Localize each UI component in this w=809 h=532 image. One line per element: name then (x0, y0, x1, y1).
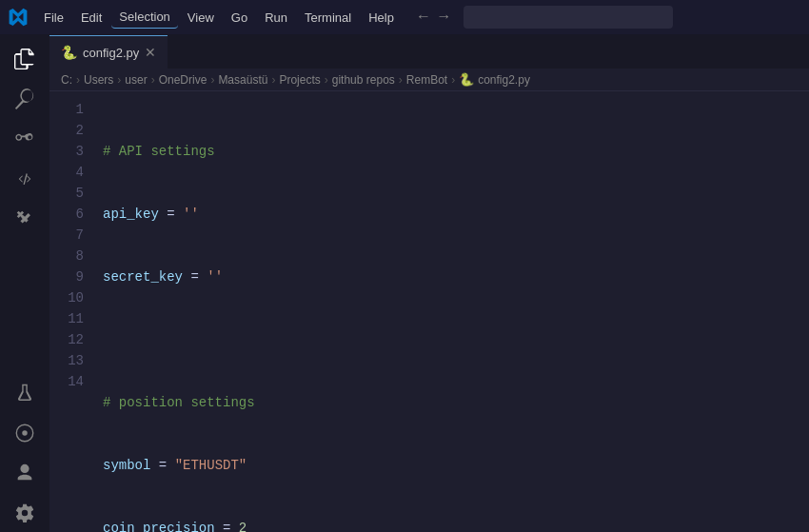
menu-terminal[interactable]: Terminal (297, 7, 359, 29)
tab-config2-py[interactable]: 🐍 config2.py ✕ (49, 35, 168, 69)
settings-activity-icon[interactable] (6, 494, 44, 532)
extensions-activity-icon[interactable] (6, 200, 44, 238)
breadcrumb-github-repos: github repos (332, 73, 395, 87)
tab-bar: 🐍 config2.py ✕ (49, 34, 809, 69)
account-activity-icon[interactable] (6, 454, 44, 492)
code-line-1: # API settings (103, 141, 801, 162)
code-line-4 (103, 329, 801, 350)
tab-close-button[interactable]: ✕ (145, 46, 156, 59)
flask-activity-icon[interactable] (6, 374, 44, 412)
menu-go[interactable]: Go (224, 7, 255, 29)
code-line-2: api_key = '' (103, 204, 801, 225)
code-content: # API settings api_key = '' secret_key =… (95, 99, 809, 524)
nav-back-icon[interactable]: ← (415, 7, 432, 28)
menu-edit[interactable]: Edit (73, 7, 109, 29)
code-line-3: secret_key = '' (103, 266, 801, 287)
breadcrumb-filename: config2.py (478, 73, 530, 87)
breadcrumb-masaustu: Masaüstü (218, 73, 267, 87)
breadcrumb-users: Users (84, 73, 113, 87)
run-debug-activity-icon[interactable] (6, 160, 44, 198)
code-line-7: coin_precision = 2 (103, 518, 801, 532)
code-line-5: # position settings (103, 392, 801, 413)
menu-help[interactable]: Help (361, 7, 402, 29)
editor-area: 🐍 config2.py ✕ C: › Users › user › OneDr… (49, 34, 809, 532)
breadcrumb-user: user (125, 73, 147, 87)
main-layout: 🐍 config2.py ✕ C: › Users › user › OneDr… (0, 34, 809, 532)
breadcrumb-c: C: (61, 73, 72, 87)
explorer-activity-icon[interactable] (6, 40, 44, 78)
menubar: File Edit Selection View Go Run Terminal… (0, 0, 809, 34)
tab-label: config2.py (83, 46, 139, 60)
nav-arrows: ← → (415, 7, 452, 28)
menu-file[interactable]: File (36, 7, 71, 29)
vscode-logo-icon (8, 7, 29, 28)
search-input[interactable] (464, 6, 673, 29)
breadcrumb-projects: Projects (279, 73, 320, 87)
breadcrumb: C: › Users › user › OneDrive › Masaüstü … (49, 69, 809, 91)
search-activity-icon[interactable] (6, 80, 44, 118)
activity-bar (0, 34, 49, 532)
breadcrumb-rembot: RemBot (406, 73, 447, 87)
code-line-6: symbol = "ETHUSDT" (103, 455, 801, 476)
menu-selection[interactable]: Selection (111, 6, 177, 29)
svg-point-1 (22, 430, 28, 436)
search-box-container (464, 6, 673, 29)
python-file-icon: 🐍 (61, 45, 77, 60)
source-control-activity-icon[interactable] (6, 120, 44, 158)
nav-forward-icon[interactable]: → (435, 7, 452, 28)
breadcrumb-python-icon: 🐍 (459, 72, 474, 87)
remote-activity-icon[interactable] (6, 414, 44, 452)
breadcrumb-file: 🐍 config2.py (459, 72, 530, 87)
breadcrumb-onedrive: OneDrive (159, 73, 207, 87)
code-editor[interactable]: 1 2 3 4 5 6 7 8 9 10 11 12 13 14 # API s… (49, 91, 809, 532)
menu-view[interactable]: View (180, 7, 222, 29)
menu-run[interactable]: Run (257, 7, 295, 29)
line-numbers: 1 2 3 4 5 6 7 8 9 10 11 12 13 14 (49, 99, 95, 524)
